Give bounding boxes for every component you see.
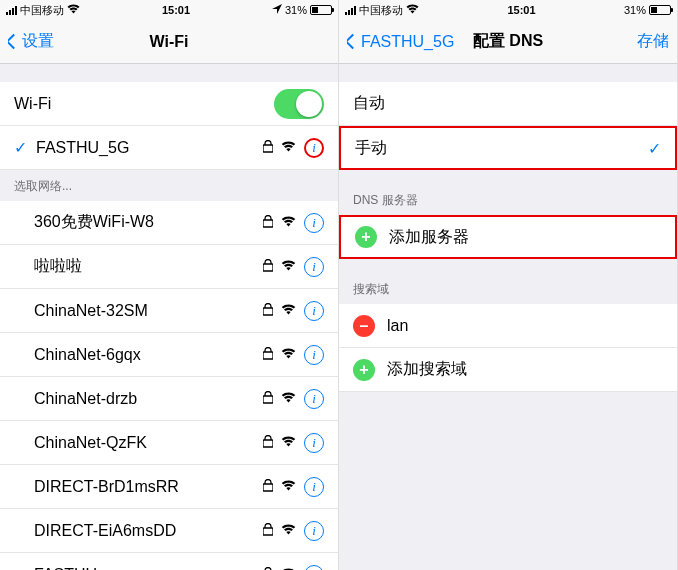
page-title: Wi-Fi [150, 33, 189, 51]
plus-icon: + [355, 226, 377, 248]
battery-icon [649, 5, 671, 15]
network-name: 360免费WiFi-W8 [34, 212, 263, 233]
network-name: ChinaNet-6gqx [34, 346, 263, 364]
signal-icon [345, 5, 356, 15]
lock-icon [263, 140, 273, 156]
wifi-toggle-label: Wi-Fi [14, 95, 274, 113]
info-icon[interactable]: i [304, 565, 324, 571]
lock-icon [263, 215, 273, 231]
status-bar: 中国移动 15:01 31% [0, 0, 338, 20]
connected-network-name: FASTHU_5G [36, 139, 263, 157]
info-icon[interactable]: i [304, 257, 324, 277]
select-network-header: 选取网络... [0, 170, 338, 201]
dns-manual-label: 手动 [355, 138, 648, 159]
network-row[interactable]: ChinaNet-6gqxi [0, 333, 338, 377]
network-name: ChinaNet-QzFK [34, 434, 263, 452]
dns-auto-row[interactable]: 自动 [339, 82, 677, 126]
info-icon[interactable]: i [304, 433, 324, 453]
checkmark-icon: ✓ [14, 138, 27, 157]
wifi-signal-icon [281, 303, 296, 318]
time-label: 15:01 [162, 4, 190, 16]
search-domain-label: lan [387, 317, 663, 335]
info-icon[interactable]: i [304, 138, 324, 158]
content: 自动 手动 ✓ DNS 服务器 + 添加服务器 搜索域 – lan + 添加搜索… [339, 64, 677, 570]
wifi-settings-screen: 中国移动 15:01 31% 设置 Wi-Fi Wi-Fi ✓ [0, 0, 339, 570]
wifi-status-icon [67, 4, 80, 16]
content: Wi-Fi ✓ FASTHU_5G i 选取网络... 360免费WiFi-W8… [0, 64, 338, 570]
dns-auto-label: 自动 [353, 93, 663, 114]
back-label: FASTHU_5G [361, 33, 454, 51]
network-name: DIRECT-EiA6msDD [34, 522, 263, 540]
chevron-left-icon [347, 33, 361, 51]
lock-icon [263, 347, 273, 363]
wifi-signal-icon [281, 479, 296, 494]
wifi-signal-icon [281, 259, 296, 274]
status-bar: 中国移动 15:01 31% [339, 0, 677, 20]
wifi-signal-icon [281, 347, 296, 362]
back-button[interactable]: 设置 [8, 31, 54, 52]
network-row[interactable]: DIRECT-EiA6msDDi [0, 509, 338, 553]
wifi-toggle-row[interactable]: Wi-Fi [0, 82, 338, 126]
save-button[interactable]: 存储 [637, 31, 669, 52]
lock-icon [263, 303, 273, 319]
info-icon[interactable]: i [304, 301, 324, 321]
network-name: DIRECT-BrD1msRR [34, 478, 263, 496]
nav-bar: 设置 Wi-Fi [0, 20, 338, 64]
location-icon [272, 4, 282, 16]
battery-pct: 31% [285, 4, 307, 16]
wifi-signal-icon [281, 140, 296, 155]
chevron-left-icon [8, 33, 22, 51]
nav-bar: FASTHU_5G 配置 DNS 存储 [339, 20, 677, 64]
add-server-row[interactable]: + 添加服务器 [339, 215, 677, 259]
page-title: 配置 DNS [473, 31, 543, 52]
dns-config-screen: 中国移动 15:01 31% FASTHU_5G 配置 DNS 存储 自动 手动… [339, 0, 678, 570]
add-search-domain-label: 添加搜索域 [387, 359, 663, 380]
lock-icon [263, 523, 273, 539]
wifi-signal-icon [281, 215, 296, 230]
network-name: FASTHU [34, 566, 263, 571]
lock-icon [263, 259, 273, 275]
info-icon[interactable]: i [304, 389, 324, 409]
network-row[interactable]: ChinaNet-32SMi [0, 289, 338, 333]
search-domain-row[interactable]: – lan [339, 304, 677, 348]
carrier-label: 中国移动 [359, 3, 403, 18]
network-row[interactable]: 啦啦啦i [0, 245, 338, 289]
add-server-label: 添加服务器 [389, 227, 661, 248]
info-icon[interactable]: i [304, 213, 324, 233]
dns-servers-header: DNS 服务器 [339, 170, 677, 215]
checkmark-icon: ✓ [648, 139, 661, 158]
network-row[interactable]: ChinaNet-drzbi [0, 377, 338, 421]
wifi-signal-icon [281, 523, 296, 538]
network-row[interactable]: DIRECT-BrD1msRRi [0, 465, 338, 509]
lock-icon [263, 567, 273, 571]
signal-icon [6, 5, 17, 15]
back-label: 设置 [22, 31, 54, 52]
battery-pct: 31% [624, 4, 646, 16]
wifi-status-icon [406, 4, 419, 16]
search-domains-header: 搜索域 [339, 259, 677, 304]
info-icon[interactable]: i [304, 477, 324, 497]
add-search-domain-row[interactable]: + 添加搜索域 [339, 348, 677, 392]
back-button[interactable]: FASTHU_5G [347, 33, 454, 51]
network-row[interactable]: FASTHUi [0, 553, 338, 570]
lock-icon [263, 435, 273, 451]
network-name: ChinaNet-drzb [34, 390, 263, 408]
time-label: 15:01 [507, 4, 535, 16]
info-icon[interactable]: i [304, 345, 324, 365]
lock-icon [263, 391, 273, 407]
minus-icon: – [353, 315, 375, 337]
dns-manual-row[interactable]: 手动 ✓ [339, 126, 677, 170]
battery-icon [310, 5, 332, 15]
wifi-signal-icon [281, 435, 296, 450]
network-row[interactable]: 360免费WiFi-W8i [0, 201, 338, 245]
network-name: ChinaNet-32SM [34, 302, 263, 320]
connected-network-row[interactable]: ✓ FASTHU_5G i [0, 126, 338, 170]
lock-icon [263, 479, 273, 495]
wifi-signal-icon [281, 391, 296, 406]
wifi-toggle[interactable] [274, 89, 324, 119]
plus-icon: + [353, 359, 375, 381]
network-row[interactable]: ChinaNet-QzFKi [0, 421, 338, 465]
carrier-label: 中国移动 [20, 3, 64, 18]
network-name: 啦啦啦 [34, 256, 263, 277]
info-icon[interactable]: i [304, 521, 324, 541]
